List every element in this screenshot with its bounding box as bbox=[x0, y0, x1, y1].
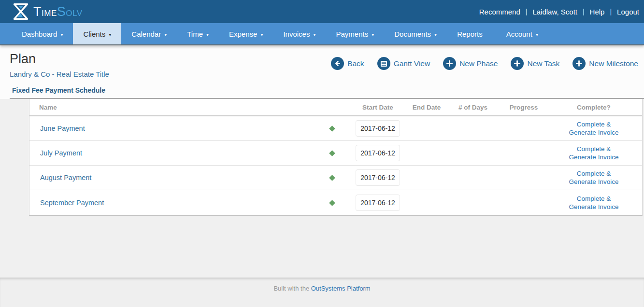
milestone-diamond-icon bbox=[329, 175, 335, 181]
brand-text-time: Time bbox=[33, 4, 57, 19]
caret-down-icon: ▾ bbox=[206, 32, 209, 37]
table-row: September Payment Complete & Generate In… bbox=[29, 190, 642, 215]
complete-generate-invoice-link[interactable]: Complete & Generate Invoice bbox=[564, 120, 623, 137]
new-task-button[interactable]: New Task bbox=[511, 57, 559, 70]
caret-down-icon: ▾ bbox=[313, 32, 315, 37]
footer-text: Built with the bbox=[273, 285, 309, 292]
milestone-diamond-icon bbox=[329, 200, 335, 206]
nav-item-dashboard[interactable]: Dashboard▾ bbox=[12, 23, 73, 44]
table-header-row: Name Start Date End Date # of Days Progr… bbox=[29, 99, 642, 116]
nav-item-reports[interactable]: Reports bbox=[447, 23, 496, 44]
milestone-diamond-icon bbox=[329, 150, 335, 156]
caret-down-icon: ▾ bbox=[536, 32, 538, 37]
section-heading: Fixed Fee Payment Schedule bbox=[12, 86, 644, 94]
nav-item-time[interactable]: Time▾ bbox=[177, 23, 219, 44]
page-title: Plan bbox=[10, 52, 109, 67]
column-header-complete: Complete? bbox=[550, 104, 637, 111]
complete-generate-invoice-link[interactable]: Complete & Generate Invoice bbox=[564, 145, 623, 161]
separator: | bbox=[526, 8, 528, 15]
user-name-link[interactable]: Laidlaw, Scott bbox=[532, 8, 577, 16]
caret-down-icon: ▾ bbox=[260, 32, 263, 37]
main-nav: Dashboard▾ Clients▾ Calendar▾ Time▾ Expe… bbox=[0, 23, 644, 45]
brand-text: TimeSolv bbox=[33, 4, 83, 19]
nav-item-documents[interactable]: Documents▾ bbox=[384, 23, 447, 44]
top-bar: TimeSolv Recommend | Laidlaw, Scott | He… bbox=[0, 0, 644, 23]
timesolv-logo[interactable]: TimeSolv bbox=[13, 2, 83, 21]
milestone-diamond-icon bbox=[329, 126, 335, 132]
task-name-link[interactable]: July Payment bbox=[40, 149, 82, 157]
page-header: Plan Landry & Co - Real Estate Title Bac… bbox=[0, 45, 644, 99]
recommend-link[interactable]: Recommend bbox=[479, 8, 520, 16]
caret-down-icon: ▾ bbox=[434, 32, 437, 37]
task-name-link[interactable]: August Payment bbox=[40, 174, 91, 181]
new-milestone-button[interactable]: New Milestone bbox=[572, 57, 638, 70]
table-row: June Payment Complete & Generate Invoice bbox=[29, 116, 642, 141]
title-block: Plan Landry & Co - Real Estate Title bbox=[10, 52, 109, 78]
column-header-end-date: End Date bbox=[404, 104, 449, 111]
back-icon bbox=[331, 57, 344, 70]
complete-generate-invoice-link[interactable]: Complete & Generate Invoice bbox=[564, 169, 623, 186]
task-name-link[interactable]: June Payment bbox=[40, 125, 85, 132]
help-link[interactable]: Help bbox=[590, 8, 605, 16]
separator: | bbox=[583, 8, 585, 15]
column-header-num-days: # of Days bbox=[449, 104, 497, 111]
table-row: August Payment Complete & Generate Invoi… bbox=[29, 166, 642, 190]
column-header-name: Name bbox=[29, 104, 313, 111]
action-buttons: Back Gantt View New Phase New Task bbox=[331, 52, 639, 70]
client-matter-subtitle: Landry & Co - Real Estate Title bbox=[10, 70, 109, 78]
caret-down-icon: ▾ bbox=[60, 32, 63, 37]
start-date-input[interactable] bbox=[356, 195, 400, 211]
page-footer: Built with the OutSystems Platform bbox=[0, 278, 644, 307]
nav-item-expense[interactable]: Expense▾ bbox=[219, 23, 273, 44]
task-name-link[interactable]: September Payment bbox=[40, 199, 104, 207]
column-header-start-date: Start Date bbox=[351, 104, 404, 111]
nav-item-invoices[interactable]: Invoices▾ bbox=[273, 23, 326, 44]
main-content: Name Start Date End Date # of Days Progr… bbox=[0, 99, 644, 278]
table-row: July Payment Complete & Generate Invoice bbox=[29, 141, 642, 166]
complete-generate-invoice-link[interactable]: Complete & Generate Invoice bbox=[564, 195, 623, 211]
caret-down-icon: ▾ bbox=[372, 32, 374, 37]
plus-icon bbox=[443, 57, 456, 70]
start-date-input[interactable] bbox=[356, 145, 400, 161]
logout-link[interactable]: Logout bbox=[617, 8, 639, 16]
gantt-view-button[interactable]: Gantt View bbox=[377, 57, 430, 70]
plus-icon bbox=[511, 57, 524, 70]
plus-icon bbox=[572, 57, 586, 70]
payment-schedule-table: Name Start Date End Date # of Days Progr… bbox=[29, 99, 643, 216]
back-button[interactable]: Back bbox=[331, 57, 364, 70]
nav-item-account[interactable]: Account▾ bbox=[496, 23, 548, 44]
nav-item-clients[interactable]: Clients▾ bbox=[73, 23, 121, 44]
topbar-links: Recommend | Laidlaw, Scott | Help | Logo… bbox=[479, 8, 639, 16]
new-phase-button[interactable]: New Phase bbox=[443, 57, 498, 70]
start-date-input[interactable] bbox=[356, 169, 400, 186]
caret-down-icon: ▾ bbox=[164, 32, 167, 37]
separator: | bbox=[610, 8, 612, 15]
brand-text-solv: Solv bbox=[57, 4, 83, 19]
start-date-input[interactable] bbox=[356, 120, 400, 137]
caret-down-icon: ▾ bbox=[109, 32, 111, 37]
column-header-progress: Progress bbox=[497, 104, 550, 111]
nav-item-payments[interactable]: Payments▾ bbox=[326, 23, 385, 44]
hourglass-logo-icon bbox=[13, 2, 29, 21]
outsystems-platform-link[interactable]: OutSystems Platform bbox=[311, 285, 371, 292]
nav-item-calendar[interactable]: Calendar▾ bbox=[121, 23, 177, 44]
gantt-list-icon bbox=[377, 57, 390, 70]
